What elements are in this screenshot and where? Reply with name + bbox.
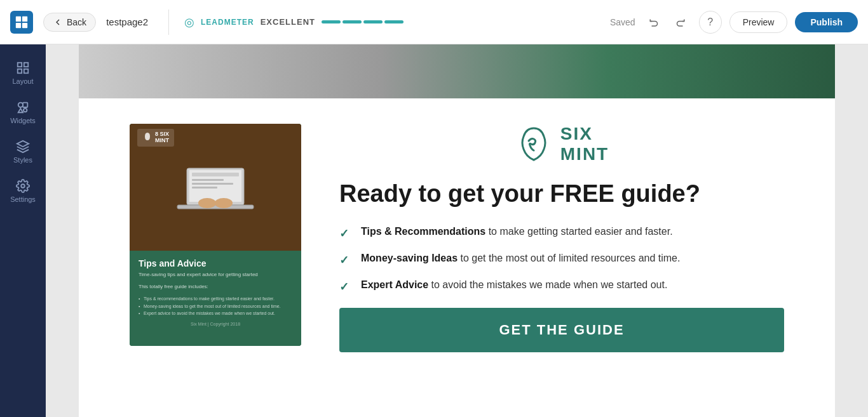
sidebar: Layout Widgets Styles Settings (0, 44, 46, 417)
widgets-label: Widgets (10, 117, 36, 124)
book-logo: 8 SIX MINT (137, 129, 174, 147)
brand-name-top: SIX (560, 124, 609, 144)
book-items: Tips & recommendations to make getting s… (139, 295, 292, 317)
svg-point-12 (21, 184, 25, 188)
canvas-area: 8 SIX MINT (46, 44, 868, 417)
styles-label: Styles (13, 156, 32, 164)
check-icon-3: ✓ (339, 279, 353, 293)
styles-icon (16, 140, 30, 154)
svg-point-20 (198, 198, 216, 208)
svg-rect-9 (23, 103, 27, 107)
help-symbol: ? (707, 17, 713, 28)
svg-rect-2 (16, 22, 21, 27)
book-item-3: Expert advice to avoid the mistakes we m… (139, 310, 292, 317)
progress-bar-1 (322, 20, 341, 23)
feature-bold-2: Money-saving Ideas (361, 253, 458, 263)
svg-rect-17 (192, 183, 233, 185)
content-section: 8 SIX MINT (79, 98, 835, 378)
sidebar-item-styles[interactable]: Styles (4, 133, 42, 170)
back-icon (53, 17, 63, 27)
saved-label: Saved (610, 17, 635, 27)
svg-rect-11 (24, 109, 27, 112)
svg-rect-0 (16, 16, 21, 21)
app-logo (10, 11, 33, 34)
cta-button[interactable]: GET THE GUIDE (339, 308, 784, 352)
topbar-right: Saved ? Preview Publish (610, 11, 858, 34)
svg-rect-4 (18, 63, 22, 67)
feature-item-2: ✓ Money-saving Ideas to get the most out… (339, 251, 784, 266)
svg-rect-5 (24, 63, 28, 67)
sidebar-item-layout[interactable]: Layout (4, 55, 42, 91)
feature-rest-1: to make getting started easier and faste… (485, 226, 672, 237)
progress-bars (322, 20, 403, 23)
svg-rect-19 (177, 205, 254, 209)
book-body-text: This totally free guide includes: (139, 283, 292, 290)
undo-icon (649, 17, 660, 28)
leadmeter-icon: ◎ (184, 15, 194, 29)
widgets-icon (16, 100, 30, 114)
feature-item-1: ✓ Tips & Recommendations to make getting… (339, 224, 784, 239)
undo-redo-group (643, 11, 691, 34)
preview-button[interactable]: Preview (729, 11, 788, 33)
sixmint-logo-icon (515, 125, 553, 163)
svg-marker-10 (18, 109, 23, 112)
sidebar-item-settings[interactable]: Settings (4, 173, 42, 209)
brand-name-bot: MINT (560, 144, 609, 164)
feature-item-3: ✓ Expert Advice to avoid the mistakes we… (339, 277, 784, 293)
feature-text-1: Tips & Recommendations to make getting s… (361, 224, 673, 239)
svg-rect-18 (192, 187, 217, 189)
svg-rect-15 (192, 173, 239, 176)
progress-bar-2 (342, 20, 362, 23)
topbar: Back testpage2 ◎ LEADMETER EXCELLENT Sav… (0, 0, 868, 44)
book-image: 8 SIX MINT (130, 124, 301, 346)
feature-text-2: Money-saving Ideas to get the most out o… (361, 251, 680, 266)
book-top-section: 8 SIX MINT (130, 124, 301, 251)
book-image-container: 8 SIX MINT (130, 124, 301, 346)
laptop-icon (174, 159, 257, 216)
divider (168, 10, 169, 35)
back-button[interactable]: Back (43, 13, 96, 32)
sidebar-item-widgets[interactable]: Widgets (4, 94, 42, 131)
cta-label: GET THE GUIDE (499, 322, 624, 338)
book-title: Tips and Advice (139, 258, 292, 268)
right-content: SIX MINT Ready to get your FREE guide? ✓… (339, 124, 784, 352)
brand-name: SIX MINT (560, 124, 609, 164)
features-list: ✓ Tips & Recommendations to make getting… (339, 224, 784, 293)
book-bottom-section: Tips and Advice Time-saving tips and exp… (130, 251, 301, 346)
main-heading: Ready to get your FREE guide? (339, 180, 784, 209)
leadmeter-rating: EXCELLENT (261, 17, 315, 27)
svg-rect-7 (24, 69, 28, 73)
page-name: testpage2 (106, 17, 148, 27)
svg-rect-6 (18, 69, 22, 73)
publish-button[interactable]: Publish (795, 12, 858, 32)
svg-rect-16 (192, 179, 224, 181)
undo-button[interactable] (643, 11, 666, 34)
progress-bar-4 (384, 20, 403, 23)
back-label: Back (67, 17, 86, 27)
redo-button[interactable] (668, 11, 691, 34)
svg-rect-3 (22, 22, 27, 27)
feature-rest-2: to get the most out of limited resources… (458, 253, 680, 263)
layout-label: Layout (12, 77, 33, 85)
feature-rest-3: to avoid the mistakes we made when we st… (428, 279, 667, 290)
feature-bold-1: Tips & Recommendations (361, 226, 485, 237)
book-brand-icon (142, 131, 153, 144)
svg-rect-1 (22, 16, 27, 21)
feature-bold-3: Expert Advice (361, 279, 428, 290)
book-footer: Six Mint | Copyright 2018 (139, 322, 292, 326)
help-button[interactable]: ? (699, 11, 722, 34)
progress-bar-3 (363, 20, 383, 23)
book-logo-line2: MINT (155, 138, 169, 144)
redo-icon (674, 17, 686, 28)
check-icon-2: ✓ (339, 252, 353, 266)
check-icon-1: ✓ (339, 225, 353, 239)
book-item-1: Tips & recommendations to make getting s… (139, 295, 292, 302)
preview-label: Preview (743, 17, 775, 27)
leadmeter-label: LEADMETER (201, 18, 254, 27)
book-item-2: Money-saving ideas to get the most out o… (139, 303, 292, 310)
leadmeter-section: ◎ LEADMETER EXCELLENT (184, 15, 600, 29)
book-logo-text: 8 SIX MINT (155, 131, 169, 144)
svg-point-8 (18, 103, 23, 107)
stacked-logo-icon (15, 15, 29, 29)
feature-text-3: Expert Advice to avoid the mistakes we m… (361, 277, 667, 293)
